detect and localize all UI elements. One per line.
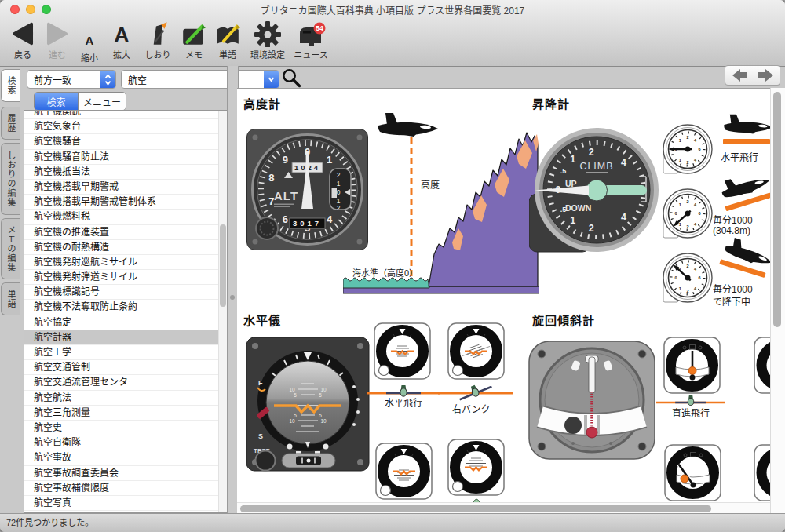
list-item[interactable]: 航空気象台 [24,119,228,134]
list-item[interactable]: 航空機騒音 [24,134,228,149]
list-item[interactable]: 航空三角測量 [24,406,228,421]
turn-thumb-straight [663,337,722,394]
search-button[interactable] [281,67,302,89]
toolbar-button-words[interactable]: 単語 [210,19,245,64]
list-item-selected[interactable]: 航空計器 [24,330,228,345]
window-title: ブリタニカ国際大百科事典 小項目版 プラス世界各国要覧 2017 [0,3,785,16]
nav-back-button[interactable] [725,65,754,86]
horizon-gauge: 10 10 5 5 5 5 10 10 F S TEST [246,337,370,473]
content-area: 高度計 0 1 2 3 4 5 6 7 8 9 1024 ALT [237,88,770,503]
mini-vsi-descend: 1 2 4 0 6 1 2 4 [662,251,714,306]
svg-text:2: 2 [686,289,688,293]
section-title-altimeter: 高度計 [243,95,281,111]
svg-text:0: 0 [674,275,677,280]
svg-text:6: 6 [698,147,700,151]
airplane-silhouette-icon [378,113,438,137]
forward-arrow-icon [44,20,71,47]
svg-text:4: 4 [621,212,626,223]
svg-text:0: 0 [337,188,341,196]
side-tab-words[interactable]: 単語 [1,282,20,315]
view-tabs: 検索 メニュー [34,92,126,111]
view-tab-menu[interactable]: メニュー [78,93,126,110]
toolbar-button-back[interactable]: 戻る [5,19,41,64]
svg-text:1: 1 [679,222,681,227]
list-item[interactable]: 航空事故調査委員会 [24,466,228,481]
list-item[interactable]: 航空史 [24,421,228,435]
svg-text:1: 1 [327,154,332,166]
list-item[interactable]: 航空機不法奪取防止条約 [24,300,228,315]
list-item-clipped[interactable]: 航空機関銃 [24,110,228,119]
altitude-scene: 高度 海水準（高度0） [343,111,539,297]
content-vertical-scrollbar[interactable] [770,88,785,513]
section-title-turn: 旋回傾斜計 [532,312,595,328]
side-tab-bookmark-edit[interactable]: しおりの編集 [1,143,20,215]
svg-text:8: 8 [268,172,274,184]
list-item[interactable]: 航空交通流管理センター [24,375,228,390]
list-item[interactable]: 航空機の耐熱構造 [24,240,228,255]
list-item[interactable]: 航空協定 [24,315,228,330]
list-item[interactable]: 航空事故補償限度 [24,481,228,496]
side-tab-history[interactable]: 履歴 [1,107,20,140]
list-item[interactable]: 航空機発射巡航ミサイル [24,255,228,270]
horizontal-scrollbar-thumb[interactable] [240,505,711,512]
book-pen-icon [214,20,241,47]
toolbar-button-zoom-out[interactable]: A 縮小 [74,19,105,64]
toolbar-button-bookmark[interactable]: しおり [138,19,177,64]
list-item[interactable]: 航空機抵当法 [24,165,228,180]
svg-text:5: 5 [319,392,322,398]
vertical-scrollbar-thumb[interactable] [773,92,781,327]
list-item[interactable]: 航空航法 [24,391,228,406]
label-descend-rate-1: 毎分1000 [713,282,770,295]
svg-text:2: 2 [686,135,688,140]
label-straight-flight: 直進飛行 [672,406,710,419]
toolbar-button-memo[interactable]: メモ [177,19,210,64]
svg-text:1: 1 [679,138,681,143]
svg-text:4: 4 [327,213,333,225]
content-horizontal-scrollbar[interactable] [237,502,770,514]
right-arrow-icon [755,66,777,85]
list-scrollbar-thumb[interactable] [220,224,226,307]
list-item[interactable]: 航空写真 [24,496,228,511]
svg-text:6: 6 [698,211,700,216]
list-item[interactable]: 航空機搭載早期警戒 [24,180,228,195]
splitter-handle-icon[interactable] [230,295,235,300]
nav-forward-button[interactable] [752,65,780,86]
side-tab-search[interactable]: 検索 [1,69,20,102]
svg-text:S: S [258,432,263,440]
svg-text:5: 5 [294,392,297,398]
svg-text:5: 5 [294,413,297,418]
small-a-icon: A [86,20,94,50]
chevron-down-icon[interactable] [264,71,279,88]
search-input[interactable] [122,73,264,86]
svg-text:2: 2 [686,264,688,268]
memo-pen-icon [181,20,207,47]
sea-level-label: 海水準（高度0） [352,268,418,278]
toolbar-button-zoom-in[interactable]: A 拡大 [105,19,138,64]
list-item[interactable]: 航空交通管制 [24,360,228,375]
list-item[interactable]: 航空機搭載早期警戒管制体系 [24,195,228,210]
window-header: ブリタニカ国際大百科事典 小項目版 プラス世界各国要覧 2017 戻る 進む A… [0,0,785,67]
airplane-level-icon [721,111,770,151]
attitude-thumb-bank [447,322,505,380]
match-mode-select[interactable]: 前方一致 [27,70,116,89]
result-list: 航空機関銃 航空気象台 航空機騒音 航空機騒音防止法 航空機抵当法 航空機搭載早… [24,110,228,513]
list-item[interactable]: 航空機の推進装置 [24,225,228,240]
section-title-vsi: 昇降計 [532,95,570,111]
toolbar-button-forward[interactable]: 進む [41,19,74,64]
large-a-icon: A [115,20,130,47]
list-item[interactable]: 航空事故 [24,450,228,465]
list-item[interactable]: 航空機発射弾道ミサイル [24,270,228,285]
list-item[interactable]: 航空自衛隊 [24,435,228,450]
list-item[interactable]: 航空機標識記号 [24,285,228,300]
toolbar-button-news[interactable]: 54 ニュース [290,19,331,64]
list-item[interactable]: 航空機騒音防止法 [24,150,228,165]
list-item[interactable]: 航空工学 [24,345,228,360]
label-climb-rate-1: 毎分1000 [713,213,770,226]
side-tab-memo-edit[interactable]: メモの編集 [1,218,20,279]
toolbar-button-preferences[interactable]: 環境設定 [245,19,290,64]
label-level-flight-right: 水平飛行 [721,150,770,163]
view-tab-search[interactable]: 検索 [35,93,78,110]
svg-text:1: 1 [570,154,575,165]
altitude-label: 高度 [421,179,440,191]
list-item[interactable]: 航空機燃料税 [24,210,228,224]
